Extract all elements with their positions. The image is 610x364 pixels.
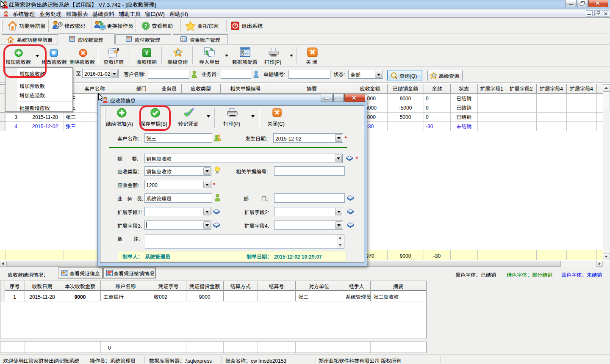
svg-text:¥: ¥ <box>145 50 149 56</box>
svg-text:?: ? <box>144 23 147 29</box>
